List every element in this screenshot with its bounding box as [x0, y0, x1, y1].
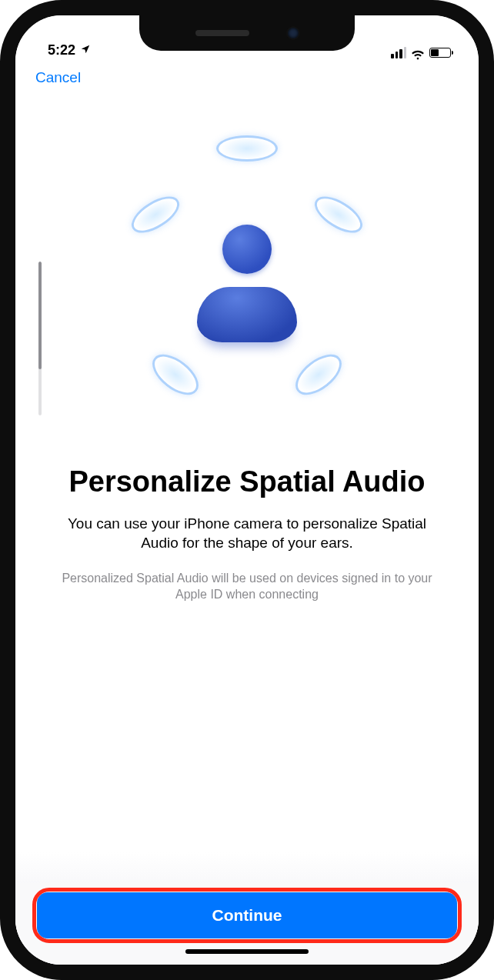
battery-icon [429, 48, 451, 58]
home-indicator[interactable] [185, 949, 309, 954]
page-title: Personalize Spatial Audio [49, 465, 445, 500]
continue-button[interactable]: Continue [37, 892, 457, 938]
sound-ring-icon [216, 135, 278, 162]
sound-ring-icon [289, 346, 349, 402]
wifi-icon [411, 48, 425, 58]
text-block: Personalize Spatial Audio You can use yo… [15, 465, 479, 883]
sound-ring-icon [145, 346, 206, 402]
continue-button-wrap: Continue [37, 892, 457, 938]
scroll-thumb[interactable] [38, 262, 42, 369]
sound-ring-icon [125, 189, 185, 240]
page-subtitle: You can use your iPhone camera to person… [49, 514, 445, 553]
front-camera [288, 28, 299, 38]
sound-ring-icon [309, 189, 368, 240]
status-right [391, 47, 451, 58]
screen: 5:22 Cancel [15, 15, 479, 965]
location-services-icon [80, 42, 91, 58]
fineprint-text: Personalized Spatial Audio will be used … [49, 570, 445, 603]
person-head-icon [222, 225, 272, 274]
nav-bar: Cancel [15, 62, 479, 89]
status-time: 5:22 [48, 42, 75, 58]
scroll-indicator[interactable] [38, 262, 42, 415]
speaker-grille [195, 30, 249, 36]
cellular-signal-icon [391, 47, 406, 58]
person-body-icon [197, 287, 297, 342]
bottom-bar: Continue [15, 883, 479, 965]
cancel-button[interactable]: Cancel [35, 69, 81, 86]
notch [139, 15, 355, 51]
status-left: 5:22 [48, 42, 91, 58]
spatial-audio-illustration [101, 126, 393, 418]
device-frame: 5:22 Cancel [0, 0, 494, 980]
